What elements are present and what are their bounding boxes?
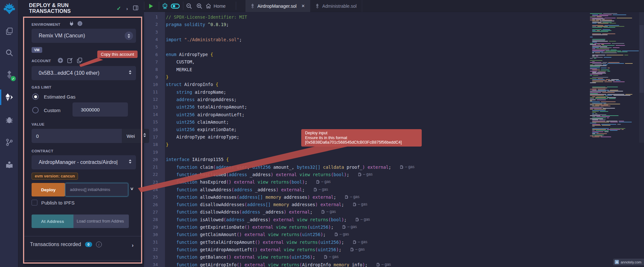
line-number: 7	[144, 60, 158, 64]
environment-info-icon[interactable]: i	[77, 21, 82, 26]
deploy-expand-chevron-icon[interactable]: ˅	[130, 186, 133, 192]
code-line[interactable]: 3	[144, 28, 644, 36]
gas-estimate-label: – gas	[358, 172, 372, 176]
code-line[interactable]: 24 function allowAddress(address _addres…	[144, 186, 644, 193]
transactions-info-icon[interactable]: i	[96, 242, 102, 247]
transactions-expand-chevron-icon[interactable]: ›	[132, 242, 134, 249]
code-line[interactable]: 15 uint256 claimAmount;	[144, 118, 644, 126]
sidebar-item-plugin-manager[interactable]	[0, 158, 18, 172]
sidebar-item-deploy-run[interactable]	[0, 90, 18, 104]
code-line[interactable]: 8 MERKLE	[144, 66, 644, 73]
code-line[interactable]: 22 function hasClaimed(address _address)…	[144, 171, 644, 178]
code-line[interactable]: 21 function claim(address user, uint256 …	[144, 163, 644, 171]
code-line[interactable]: 2pragma solidity ^0.8.19;	[144, 21, 644, 28]
solidity-file-icon	[251, 4, 255, 9]
line-number: 13	[144, 105, 158, 110]
fork-state-icon[interactable]	[69, 21, 74, 26]
code-line[interactable]: 1// SPDX-License-Identifier: MIT	[144, 13, 644, 21]
code-line[interactable]: 12 address airdropAddress;	[144, 96, 644, 103]
deploy-button[interactable]: Deploy	[32, 183, 65, 196]
code-line[interactable]: 7 CUSTOM,	[144, 58, 644, 66]
estimated-gas-radio[interactable]	[32, 93, 39, 100]
contract-select[interactable]: AirdropManager - contracts/Airdro|	[32, 155, 136, 169]
code-line[interactable]: 31 function getTotalAirdropAmount() exte…	[144, 238, 644, 246]
code-line[interactable]: 5	[144, 43, 644, 51]
code-line[interactable]: 30 function getClaimAmount() external vi…	[144, 231, 644, 238]
at-address-input[interactable]	[73, 215, 129, 228]
code-line[interactable]: 6enum AirdropType {	[144, 51, 644, 58]
publish-ipfs-checkbox[interactable]	[32, 200, 37, 205]
pin-panel-icon[interactable]	[133, 5, 138, 12]
zoom-in-icon[interactable]	[195, 0, 204, 12]
gas-estimate-label: – gas	[314, 187, 328, 192]
ai-assistant-robot-icon[interactable]	[161, 0, 169, 12]
contract-stepper-icon[interactable]	[129, 159, 131, 164]
close-tab-icon[interactable]: ✕	[301, 4, 305, 8]
publish-ipfs-option[interactable]: Publish to IPFS	[32, 200, 74, 205]
sidebar-item-solidity-compiler[interactable]: ✓	[0, 68, 18, 82]
code-line[interactable]: 20interface IAirdrop1155 {	[144, 156, 644, 163]
sidebar-item-debugger[interactable]	[0, 113, 18, 127]
code-text: interface IAirdrop1155 {	[166, 157, 229, 162]
value-unit-select[interactable]: Wei	[122, 129, 149, 143]
sidebar-item-file-explorer[interactable]	[0, 24, 18, 38]
transactions-recorded-label: Transactions recorded	[30, 242, 81, 247]
tab-label: AirdropManager.sol	[257, 4, 296, 9]
code-line[interactable]: 29 function getExpirationDate() external…	[144, 223, 644, 231]
code-line[interactable]: 13 uint256 totalAirdropAmount;	[144, 103, 644, 111]
code-line[interactable]: 9}	[144, 73, 644, 81]
sidebar-item-git[interactable]	[0, 135, 18, 149]
create-account-icon[interactable]	[58, 58, 63, 63]
line-number: 12	[144, 97, 158, 102]
code-line[interactable]: 26 function disallowAddresses(address[] …	[144, 201, 644, 208]
code-line[interactable]: 25 function allowAddresses(address[] mem…	[144, 193, 644, 201]
environment-select[interactable]: Remix VM (Cancun)	[32, 29, 136, 43]
code-line[interactable]: 33 function getBalance() external view r…	[144, 253, 644, 261]
editor-scrollbar[interactable]	[639, 12, 644, 143]
code-line[interactable]: 23 function hasExpired() external view r…	[144, 178, 644, 186]
sidebar-item-search[interactable]	[0, 46, 18, 60]
remix-logo-icon[interactable]	[0, 2, 18, 16]
code-text: // SPDX-License-Identifier: MIT	[166, 14, 247, 20]
code-line[interactable]: 4import "./Administrable.sol";	[144, 36, 644, 43]
code-text: function allowAddress(address _address) …	[166, 187, 328, 192]
environment-stepper-icon[interactable]	[125, 32, 133, 40]
account-select[interactable]: 0x5B3...eddC4 (100 ether)	[32, 66, 136, 80]
sign-message-icon[interactable]	[67, 58, 73, 63]
line-number: 29	[144, 225, 158, 230]
custom-gas-option[interactable]: Custom	[32, 107, 61, 113]
code-line[interactable]: 32 function getAirdropAmountLeft() exter…	[144, 246, 644, 253]
code-line[interactable]: 10struct AirdropInfo {	[144, 81, 644, 88]
code-line[interactable]: 14 uint256 airdropAmountLeft;	[144, 111, 644, 118]
run-script-play-icon[interactable]	[147, 0, 155, 12]
tab-home[interactable]: Home	[206, 0, 226, 12]
watermark-logo-icon: A	[615, 260, 619, 264]
editor-toolbar: Home AirdropManager.sol✕Administrable.so…	[144, 0, 644, 12]
code-line[interactable]: 28 function isAllowed(address _address) …	[144, 216, 644, 223]
tab-Administrable.sol[interactable]: Administrable.sol	[310, 0, 362, 12]
at-address-button[interactable]: At Address	[32, 215, 73, 228]
estimated-gas-option[interactable]: Estimated Gas	[32, 93, 75, 100]
line-number: 1	[144, 14, 158, 19]
code-line[interactable]: 19	[144, 148, 644, 156]
deploy-args-input[interactable]	[65, 183, 128, 196]
transactions-recorded-row: Transactions recorded 0 i	[30, 242, 102, 247]
copy-account-icon[interactable]	[77, 58, 82, 63]
account-stepper-icon[interactable]	[129, 70, 131, 74]
custom-gas-input[interactable]	[72, 102, 128, 117]
contract-label: CONTRACT	[32, 149, 53, 153]
custom-gas-radio[interactable]	[32, 107, 39, 113]
minimap[interactable]	[590, 12, 639, 140]
panel-expand-chevron-icon[interactable]: ›	[126, 6, 128, 11]
ai-copilot-toggle[interactable]	[170, 0, 180, 12]
tab-AirdropManager.sol[interactable]: AirdropManager.sol✕	[245, 0, 310, 12]
code-line[interactable]: 11 string airdropName;	[144, 88, 644, 96]
code-line[interactable]: 34 function getAirdropInfo() external vi…	[144, 261, 644, 267]
tab-strip: AirdropManager.sol✕Administrable.sol	[245, 0, 362, 12]
line-number: 9	[144, 75, 158, 80]
zoom-out-icon[interactable]	[185, 0, 193, 12]
deploy-run-panel: DEPLOY & RUN TRANSACTIONS ✓ › ENVIRONMEN…	[18, 0, 144, 267]
code-line[interactable]: 27 function disallowAddress(address _add…	[144, 208, 644, 216]
value-unit-stepper-icon[interactable]	[143, 133, 146, 137]
value-input[interactable]	[32, 129, 109, 143]
